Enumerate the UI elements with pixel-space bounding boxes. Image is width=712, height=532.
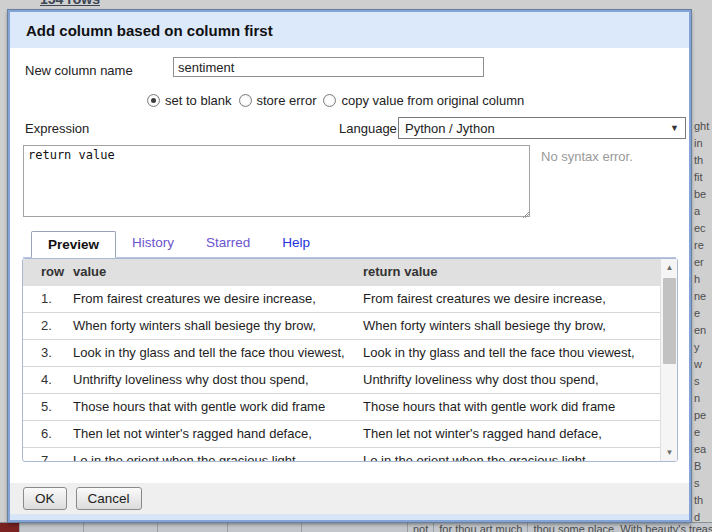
preview-table-row: 1. From fairest creatures we desire incr… xyxy=(23,286,660,313)
on-error-options: set to blank store error copy value from… xyxy=(147,93,524,108)
row-count-label: 154 rows xyxy=(40,0,100,7)
background-text-fragment: be xyxy=(692,186,712,203)
preview-table-header: row value return value xyxy=(23,259,660,286)
scroll-down-icon[interactable]: ▼ xyxy=(661,444,678,461)
scroll-up-icon[interactable]: ▲ xyxy=(661,259,678,276)
preview-table-row: 2. When forty winters shall besiege thy … xyxy=(23,313,660,340)
language-label: Language xyxy=(339,121,397,136)
background-empty-cell xyxy=(84,523,158,532)
preview-table-row: 3. Look in thy glass and tell the face t… xyxy=(23,340,660,367)
row-index: 6. xyxy=(41,426,52,441)
background-text-fragment: th xyxy=(692,152,712,169)
preview-table-row: 7. Lo in the orient when the gracious li… xyxy=(23,448,660,462)
background-text-column: ghtinthfitbeaecreerhneeenywsnpeeeaBsthd xyxy=(692,118,712,532)
tab[interactable]: Preview xyxy=(31,231,116,258)
row-return-value: From fairest creatures we desire increas… xyxy=(363,291,606,306)
background-text-fragment: fit xyxy=(692,169,712,186)
background-red-cell xyxy=(0,523,20,532)
row-value: Those hours that with gentle work did fr… xyxy=(73,399,325,414)
background-text-fragment: a xyxy=(692,203,712,220)
background-text-fragment: B xyxy=(692,458,712,475)
background-text-fragment: ea xyxy=(692,441,712,458)
ok-button[interactable]: OK xyxy=(23,487,67,510)
background-text-fragment: in xyxy=(692,135,712,152)
row-return-value: Then let not winter's ragged hand deface… xyxy=(363,426,602,441)
preview-table-body: 1. From fairest creatures we desire incr… xyxy=(23,286,660,462)
background-text-cell: not xyxy=(408,523,434,532)
radio-icon[interactable] xyxy=(147,94,160,107)
row-index: 5. xyxy=(41,399,52,414)
language-select-value: Python / Jython xyxy=(405,121,495,136)
preview-scrollbar[interactable]: ▲ ▼ xyxy=(660,259,677,461)
background-text-fragment: ne xyxy=(692,288,712,305)
preview-panel: row value return value 1. From fairest c… xyxy=(22,258,678,462)
row-index: 3. xyxy=(41,345,52,360)
row-value: Look in thy glass and tell the face thou… xyxy=(73,345,345,360)
background-empty-cell xyxy=(20,523,84,532)
column-header-row: row xyxy=(41,264,64,279)
add-column-dialog: Add column based on column first New col… xyxy=(8,10,691,522)
radio-icon[interactable] xyxy=(323,94,336,107)
row-value: Lo in the orient when the gracious light xyxy=(73,453,296,462)
background-text-fragment: ec xyxy=(692,220,712,237)
dialog-body: New column name set to blank store error… xyxy=(10,48,689,483)
error-option[interactable]: store error xyxy=(239,93,317,108)
error-option-label: copy value from original column xyxy=(341,93,524,108)
background-text-fragment: e xyxy=(692,424,712,441)
tab-bar: PreviewHistoryStarredHelp xyxy=(23,231,676,258)
language-select[interactable]: Python / Jython ▼ xyxy=(398,117,686,139)
row-index: 4. xyxy=(41,372,52,387)
row-index: 7. xyxy=(41,453,52,462)
row-index: 1. xyxy=(41,291,52,306)
background-empty-cell xyxy=(302,523,408,532)
column-header-return-value: return value xyxy=(363,264,437,279)
background-text-fragment: ght xyxy=(692,118,712,135)
expression-input[interactable]: return value xyxy=(23,145,530,217)
resize-grip-icon[interactable] xyxy=(522,211,529,218)
preview-table-row: 5. Those hours that with gentle work did… xyxy=(23,394,660,421)
scrollbar-thumb[interactable] xyxy=(663,278,676,364)
background-text-cell: for thou art much xyxy=(434,523,528,532)
background-text-fragment: pe xyxy=(692,407,712,424)
tab[interactable]: Starred xyxy=(190,230,266,257)
row-return-value: Those hours that with gentle work did fr… xyxy=(363,399,615,414)
row-return-value: Look in thy glass and tell the face thou… xyxy=(363,345,635,360)
radio-icon[interactable] xyxy=(239,94,252,107)
expression-label: Expression xyxy=(25,121,89,136)
background-text-fragment: w xyxy=(692,356,712,373)
background-text-fragment: e xyxy=(692,305,712,322)
new-column-name-label: New column name xyxy=(25,63,133,78)
tab[interactable]: Help xyxy=(266,230,326,257)
background-text-fragment: s xyxy=(692,373,712,390)
background-text-fragment: er xyxy=(692,254,712,271)
background-text-fragment: h xyxy=(692,271,712,288)
tab[interactable]: History xyxy=(116,230,190,257)
background-text-fragment: th xyxy=(692,492,712,509)
background-empty-cell xyxy=(228,523,302,532)
syntax-status: No syntax error. xyxy=(541,149,633,164)
error-option-label: store error xyxy=(257,93,317,108)
background-text-fragment: s xyxy=(692,475,712,492)
preview-table-row: 4. Unthrifty loveliness why dost thou sp… xyxy=(23,367,660,394)
new-column-name-input[interactable] xyxy=(173,57,484,77)
row-value: Unthrifty loveliness why dost thou spend… xyxy=(73,372,309,387)
error-option[interactable]: copy value from original column xyxy=(323,93,524,108)
background-text-fragment: y xyxy=(692,339,712,356)
row-value: Then let not winter's ragged hand deface… xyxy=(73,426,312,441)
screen: 154 rows ghtinthfitbeaecreerhneeenywsnpe… xyxy=(0,0,712,532)
background-cells-text: notfor thou art muchthou some place, Wit… xyxy=(408,523,712,532)
background-text-fragment: n xyxy=(692,390,712,407)
background-empty-cell xyxy=(158,523,228,532)
row-return-value: When forty winters shall besiege thy bro… xyxy=(363,318,606,333)
cancel-button[interactable]: Cancel xyxy=(76,487,142,510)
error-option-label: set to blank xyxy=(165,93,232,108)
chevron-down-icon: ▼ xyxy=(670,123,679,133)
dialog-bottom-band xyxy=(10,514,689,520)
dialog-footer: OK Cancel xyxy=(10,483,689,514)
column-header-value: value xyxy=(73,264,106,279)
error-option[interactable]: set to blank xyxy=(147,93,232,108)
row-index: 2. xyxy=(41,318,52,333)
dialog-title: Add column based on column first xyxy=(10,12,689,48)
row-value: When forty winters shall besiege thy bro… xyxy=(73,318,316,333)
row-return-value: Lo in the orient when the gracious light xyxy=(363,453,586,462)
